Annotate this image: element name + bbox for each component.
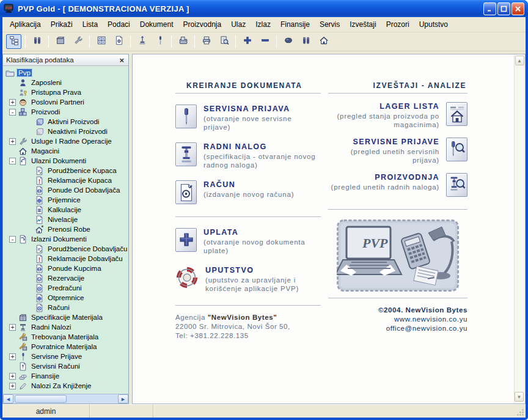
toolbar-fax-button[interactable]: [175, 34, 191, 49]
tree-item-radni-nalozi[interactable]: +Radni Nalozi: [3, 322, 128, 332]
tree-item-neaktivni-proizvodi[interactable]: Neaktivni Proizvodi: [3, 127, 128, 136]
toolbar-printer-button[interactable]: [199, 34, 214, 49]
menu-prozori[interactable]: Prozori: [381, 18, 414, 31]
main-vertical-scrollbar[interactable]: ▲ ▼: [514, 55, 524, 403]
tree-item-specifikacije-materijala[interactable]: Specifikacije Materijala: [3, 312, 128, 322]
menu-ulaz[interactable]: Ulaz: [226, 18, 251, 31]
tree-item-nivelacije[interactable]: Nivelacije: [3, 215, 128, 224]
tree-item-servisne-prijave[interactable]: +Servisne Prijave: [3, 352, 128, 361]
cube-gray-icon: [35, 127, 44, 136]
tree-item-predra-uni[interactable]: Predračuni: [3, 283, 128, 293]
tree-item-proizvodi[interactable]: -Proizvodi: [3, 107, 128, 117]
resize-grip[interactable]: [516, 408, 524, 416]
shortcut-ra-un[interactable]: RAČUN(izdavanje novog računa): [175, 180, 321, 204]
shortcut-description: (pregled unetih radnih naloga): [331, 183, 439, 191]
tree-expander-icon[interactable]: +: [9, 383, 16, 389]
tree-item-zaposleni[interactable]: Zaposleni: [3, 78, 128, 87]
title-bar[interactable]: PVP PVP Gold - [ DEMONSTRACIONA VERZIJA …: [0, 0, 528, 17]
tree-item-izlazni-dokumenti[interactable]: -Izlazni Dokumenti: [3, 234, 128, 244]
shortcut-lager-lista[interactable]: LAGER LISTA(pregled stanja proizvoda po …: [328, 102, 468, 129]
toolbar-plus-button[interactable]: [240, 34, 255, 49]
tree-item-finansije[interactable]: +Finansije: [3, 371, 128, 381]
tree-expander-icon[interactable]: +: [9, 138, 16, 145]
toolbar-binoculars-button[interactable]: [29, 34, 45, 49]
toolbar-press-up-button[interactable]: [134, 34, 150, 49]
scroll-up-icon[interactable]: ▲: [515, 56, 524, 65]
tree-item-label: Predračuni: [46, 284, 83, 292]
minimize-button[interactable]: [483, 2, 496, 15]
tree-item-rezervacije[interactable]: Rezervacije: [3, 273, 128, 283]
tree-item-usluge-i-radne-operacije[interactable]: +Usluge I Radne Operacije: [3, 136, 128, 146]
tree-item-magacini[interactable]: Magacini: [3, 146, 128, 156]
menu-lista[interactable]: Lista: [78, 18, 103, 31]
scroll-right-icon[interactable]: ►: [118, 394, 128, 403]
tree-item-reklamacije-dobavlja-u[interactable]: Reklamacije Dobavljaču: [3, 254, 128, 263]
tree-item-label: Kalkulacije: [46, 206, 82, 213]
tree-expander-icon[interactable]: +: [9, 373, 16, 380]
agency-address: 22000 Sr. Mitrovica, Novi Šor 50,: [175, 323, 290, 330]
scroll-left-icon[interactable]: ◄: [3, 394, 13, 403]
shortcut-uputstvo[interactable]: UPUTSTVO(uputstvo za upravljanje i koriš…: [175, 266, 321, 293]
tree-item-servisni-ra-uni[interactable]: Servisni Računi: [3, 361, 128, 371]
tree-expander-icon[interactable]: +: [9, 324, 16, 331]
tree-item-aktivni-proizvodi[interactable]: Aktivni Proizvodi: [3, 117, 128, 127]
tree-expander-icon[interactable]: -: [9, 158, 16, 164]
shortcut-proizvodnja[interactable]: PROIZVODNJA(pregled unetih radnih naloga…: [328, 173, 468, 197]
close-button[interactable]: [512, 2, 524, 15]
shortcut-servisne-prijave[interactable]: SERVISNE PRIJAVE(pregled unetih servisni…: [328, 138, 468, 164]
menu-proizvodnja[interactable]: Proizvodnja: [178, 18, 226, 31]
menu-dokument[interactable]: Dokument: [135, 18, 178, 31]
toolbar-oval-button[interactable]: [280, 34, 296, 49]
toolbar-document-target-button[interactable]: [111, 34, 127, 49]
tree-item-kalkulacije[interactable]: Kalkulacije: [3, 205, 128, 215]
menu-finansije[interactable]: Finansije: [276, 18, 315, 31]
toolbar-wrench-button[interactable]: [70, 34, 86, 49]
scrollbar-thumb[interactable]: [15, 395, 67, 403]
shortcut-radni-nalog[interactable]: RADNI NALOG(specifikacija - otvaranje no…: [175, 142, 321, 169]
tree-item-ponude-od-dobavlja-a[interactable]: Ponude Od Dobavljača: [3, 185, 128, 195]
website-link[interactable]: www.newvision.co.yu: [394, 315, 468, 323]
tree-item-reklamacije-kupaca[interactable]: Reklamacije Kupaca: [3, 175, 128, 185]
shortcut-servisna-prijava[interactable]: SERVISNA PRIJAVA(otvaranje nove servisne…: [175, 105, 321, 131]
maximize-button[interactable]: [497, 2, 510, 15]
email-link[interactable]: office@newvision.co.yu: [386, 325, 468, 332]
toolbar-split-window-button[interactable]: [94, 34, 109, 49]
tree-item-porud-benice-dobavlja-u[interactable]: Porudžbenice Dobavljaču: [3, 244, 128, 254]
tree-expander-icon[interactable]: -: [9, 236, 16, 243]
sidebar-horizontal-scrollbar[interactable]: ◄ ►: [3, 394, 128, 403]
tree-item-nalozi-za-knji-enje[interactable]: +Nalozi Za Knjiženje: [3, 381, 128, 391]
tree-item-ponude-kupcima[interactable]: Ponude Kupcima: [3, 263, 128, 273]
tree-expander-icon[interactable]: +: [9, 99, 16, 106]
menu-podaci[interactable]: Podaci: [103, 18, 135, 31]
tree-item-ulazni-dokumenti[interactable]: -Ulazni Dokumenti: [3, 156, 128, 166]
menu-prika-i[interactable]: Prikaži: [46, 18, 78, 31]
shortcut-uplata[interactable]: UPLATA(otvaranje novog dokumenta uplate): [175, 228, 321, 255]
toolbar-tree-view-button[interactable]: [6, 34, 21, 49]
tree-item-povratnice-materijala[interactable]: Povratnice Materijala: [3, 342, 128, 352]
tree-item-otpremnice[interactable]: Otpremnice: [3, 293, 128, 303]
toolbar-screwdriver-button[interactable]: [152, 34, 167, 49]
menu-izve-taji[interactable]: Izveštaji: [345, 18, 381, 31]
toolbar-print-preview-button[interactable]: [216, 34, 232, 49]
menu-izlaz[interactable]: Izlaz: [251, 18, 276, 31]
toolbar-minus-button[interactable]: [257, 34, 273, 49]
scroll-down-icon[interactable]: ▼: [515, 392, 524, 402]
doc-plus-icon: [35, 293, 44, 303]
tree-item-porud-benice-kupaca[interactable]: Porudžbenice Kupaca: [3, 166, 128, 175]
menu-aplikacija[interactable]: Aplikacija: [5, 18, 46, 31]
tree-item-pristupna-prava[interactable]: Pristupna Prava: [3, 87, 128, 97]
toolbar-package-button[interactable]: [53, 34, 68, 49]
toolbar-home-button[interactable]: [316, 34, 331, 49]
tree-item-ra-uni[interactable]: Računi: [3, 303, 128, 312]
tree-item-prijemnice[interactable]: Prijemnice: [3, 195, 128, 205]
tree-expander-icon[interactable]: -: [9, 109, 16, 116]
tree-item-pvp[interactable]: Pvp: [3, 68, 128, 78]
tree-item-prenosi-robe[interactable]: Prenosi Robe: [3, 224, 128, 234]
panel-close-icon[interactable]: ×: [118, 57, 125, 64]
tree-expander-icon[interactable]: +: [9, 353, 16, 360]
toolbar-binoculars-2-button[interactable]: [298, 34, 314, 49]
tree-item-trebovanja-materijala[interactable]: Trebovanja Materijala: [3, 332, 128, 342]
menu-uputstvo[interactable]: Uputstvo: [414, 18, 453, 31]
tree-item-poslovni-partneri[interactable]: +Poslovni Partneri: [3, 97, 128, 107]
menu-servis[interactable]: Servis: [315, 18, 345, 31]
